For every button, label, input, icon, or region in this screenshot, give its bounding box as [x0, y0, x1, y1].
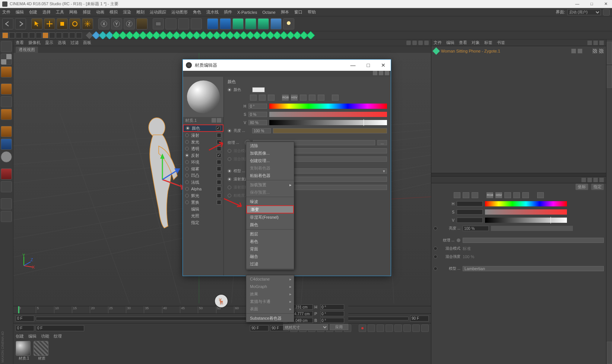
menu-animate[interactable]: 动画	[96, 9, 104, 15]
shelf-diamond-icon[interactable]	[307, 31, 315, 39]
channel-checkbox[interactable]	[217, 160, 221, 164]
model-mode-button[interactable]	[1, 54, 12, 65]
val-slider[interactable]	[269, 120, 387, 125]
spectrum-icon[interactable]	[268, 95, 275, 101]
generator-button[interactable]	[232, 18, 244, 29]
coord-system-button[interactable]	[136, 18, 148, 29]
channel-diffuse[interactable]: 漫射	[183, 132, 223, 139]
ctx-create-texture[interactable]: 创建纹理...	[246, 157, 294, 164]
attr-back-icon[interactable]	[581, 178, 586, 182]
move-tool[interactable]	[44, 18, 55, 29]
channel-checkbox[interactable]	[217, 173, 221, 178]
obj-menu-objects[interactable]: 对象	[472, 40, 480, 45]
channel-disp[interactable]: 置换	[183, 199, 223, 206]
vp-nav-icon[interactable]	[412, 41, 417, 45]
render-settings-button[interactable]	[178, 18, 189, 29]
attr-brightness-input[interactable]	[463, 226, 489, 231]
shelf-icon[interactable]	[56, 32, 62, 38]
attr-tab-assign[interactable]: 指定	[591, 184, 604, 190]
eyedropper-icon[interactable]	[537, 192, 544, 198]
lock-icon[interactable]	[379, 71, 383, 75]
channel-radio[interactable]	[185, 133, 189, 137]
ctx-clear[interactable]: 清除	[246, 142, 294, 149]
texture-field[interactable]	[463, 238, 604, 243]
select-tool[interactable]	[31, 18, 42, 29]
vp-nav-icon[interactable]	[418, 41, 423, 45]
channel-radio[interactable]	[186, 126, 190, 130]
ctx-copy-shader[interactable]: 复制着色器	[246, 164, 294, 172]
channel-radio[interactable]	[185, 187, 189, 191]
texture-tag[interactable]	[592, 48, 597, 54]
channel-radio[interactable]	[185, 180, 189, 184]
channel-sub[interactable]: 光照	[183, 212, 223, 219]
diff-radio[interactable]	[228, 177, 231, 181]
ctx-backlight[interactable]: 背面	[246, 245, 294, 253]
ctx2-mograph[interactable]: MoGraph▸	[246, 283, 294, 290]
dialog-titlebar[interactable]: 材质编辑器 — □ ✕	[183, 60, 391, 71]
channel-checkbox[interactable]	[217, 153, 221, 158]
material-manager[interactable]: 材质.1 材质	[13, 339, 431, 364]
shelf-icon[interactable]	[16, 32, 22, 38]
keyframe-button[interactable]	[377, 325, 384, 332]
obj-menu-edit[interactable]: 编辑	[446, 40, 454, 45]
menu-mograph[interactable]: 运动图形	[171, 9, 188, 15]
menu-select[interactable]: 选择	[42, 9, 51, 15]
ctx-colorize[interactable]: 着色	[246, 238, 294, 245]
menu-octane[interactable]: Octane	[262, 10, 275, 15]
range-end-input[interactable]	[250, 325, 269, 331]
channel-radio[interactable]	[185, 194, 189, 197]
camera-button[interactable]	[270, 18, 282, 29]
channel-checkbox[interactable]	[217, 193, 221, 198]
point-mode-button[interactable]	[1, 109, 12, 120]
shelf-icon[interactable]	[76, 32, 82, 38]
color-mode-icon[interactable]	[250, 95, 257, 101]
filter-icon[interactable]	[593, 41, 598, 45]
bright-slider[interactable]	[273, 128, 387, 133]
attr-model-select[interactable]: Lambertian	[463, 266, 604, 271]
visibility-tag[interactable]	[571, 48, 576, 54]
shelf-icon[interactable]	[2, 32, 8, 38]
vp-menu-view[interactable]: 查看	[16, 40, 24, 45]
channel-checkbox[interactable]	[216, 126, 221, 130]
ctx-noise[interactable]: 噪波	[246, 198, 294, 205]
ctx-save-preset[interactable]: 保存预置...	[246, 189, 294, 196]
channel-fog[interactable]: 烟雾	[183, 165, 223, 172]
channel-checkbox[interactable]	[217, 200, 221, 205]
vp-menu-panel[interactable]: 面板	[83, 40, 91, 45]
panel-menu-icon[interactable]	[599, 41, 604, 45]
rot-p-input[interactable]	[320, 311, 344, 316]
object-row[interactable]: Woman Sitting Phone - Zygote.1	[434, 48, 604, 54]
range-start-input[interactable]	[16, 325, 34, 331]
bright-input[interactable]	[252, 128, 271, 133]
history-back-icon[interactable]	[373, 71, 377, 75]
color-tool-icon[interactable]	[522, 192, 529, 198]
eyedropper-icon[interactable]	[332, 95, 339, 101]
cube-primitive-button[interactable]	[207, 18, 218, 29]
channel-bump[interactable]: 凹凸	[183, 172, 223, 179]
rot-h-input[interactable]	[320, 304, 344, 310]
window-close[interactable]: ✕	[602, 1, 610, 6]
mat-menu-create[interactable]: 创建	[16, 333, 24, 339]
ctx2-c4doctane[interactable]: C4doctane▸	[246, 275, 294, 283]
attr-s-input[interactable]	[457, 209, 483, 215]
mat-menu-edit[interactable]: 编辑	[28, 333, 37, 339]
attr-up-icon[interactable]	[593, 178, 598, 182]
val-slider[interactable]	[485, 218, 567, 223]
color-tool-icon[interactable]	[454, 192, 460, 198]
rot-b-input[interactable]	[320, 318, 344, 323]
vp-menu-filter[interactable]: 过滤	[70, 40, 79, 45]
shelf-icon[interactable]	[22, 32, 28, 38]
channel-sub[interactable]: 编辑	[183, 206, 223, 212]
material-preview[interactable]	[183, 77, 223, 117]
menu-file[interactable]: 文件	[2, 9, 10, 15]
attr-fwd-icon[interactable]	[587, 178, 592, 182]
search-icon[interactable]	[587, 41, 592, 45]
texture-tag[interactable]	[599, 48, 604, 54]
ctx-paste-shader[interactable]: 粘贴着色器	[246, 172, 294, 179]
object-manager[interactable]: Woman Sitting Phone - Zygote.1	[431, 46, 606, 173]
ctx-fusion[interactable]: 融合	[246, 253, 294, 260]
vp-solo2-button[interactable]	[1, 211, 12, 222]
attr-radio[interactable]	[434, 227, 437, 230]
rgb-icon[interactable]: RGB	[282, 95, 289, 101]
axis-y-button[interactable]: Y	[111, 18, 122, 29]
